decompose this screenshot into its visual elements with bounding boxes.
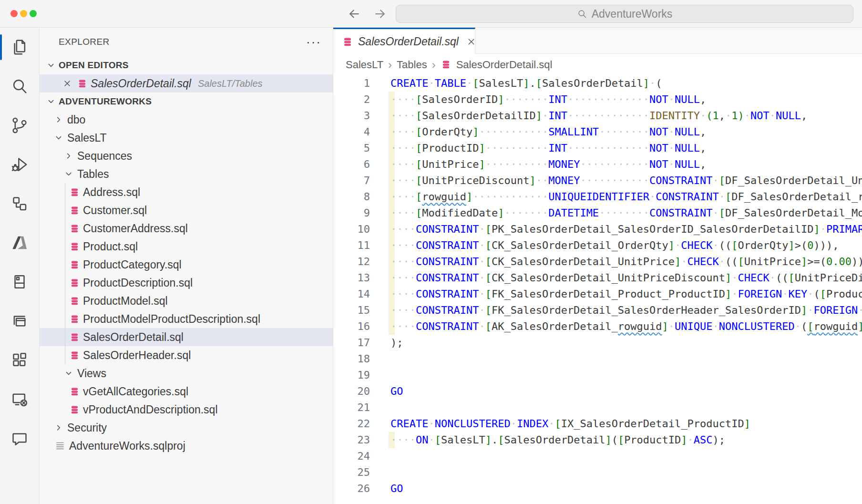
tree-file-productdescription-sql[interactable]: ProductDescription.sql	[40, 274, 333, 292]
activity-item-remote-explorer[interactable]	[0, 380, 39, 419]
command-center-search[interactable]: AdventureWorks	[396, 5, 853, 23]
tree-folder-security[interactable]: Security	[40, 419, 333, 437]
tree-file-product-sql[interactable]: Product.sql	[40, 237, 333, 256]
activity-item-run-and-debug[interactable]	[0, 145, 39, 184]
activity-bar	[0, 28, 40, 504]
code-area[interactable]: 1CREATE·TABLE·[SalesLT].[SalesOrderDetai…	[333, 75, 862, 504]
activity-item-notebooks[interactable]	[0, 262, 39, 301]
line-number: 9	[333, 205, 370, 221]
tree-file-vproductanddescription-sql[interactable]: vProductAndDescription.sql	[40, 401, 333, 419]
code-line-11[interactable]: 11····CONSTRAINT·[CK_SalesOrderDetail_Or…	[333, 237, 862, 254]
line-number: 2	[333, 92, 370, 108]
breadcrumb-item-tables[interactable]: Tables	[397, 59, 427, 71]
line-number: 18	[333, 351, 370, 367]
activity-item-azure[interactable]	[0, 223, 39, 262]
chevron-right-icon	[53, 422, 64, 433]
line-number: 1	[333, 75, 370, 92]
tree-file-customer-sql[interactable]: Customer.sql	[40, 201, 333, 219]
activity-item-source-control[interactable]	[0, 106, 39, 145]
tree-file-salesorderdetail-sql[interactable]: SalesOrderDetail.sql	[40, 328, 333, 346]
code-line-21[interactable]: 21	[333, 400, 862, 416]
code-line-13[interactable]: 13····CONSTRAINT·[CK_SalesOrderDetail_Un…	[333, 270, 862, 286]
code-line-26[interactable]: 26GO	[333, 481, 862, 497]
code-line-6[interactable]: 6····[UnitPrice]··········MONEY·········…	[333, 156, 862, 173]
more-actions-icon[interactable]: ···	[306, 34, 321, 50]
line-number: 16	[333, 319, 370, 335]
activity-item-table-designer[interactable]	[0, 301, 39, 340]
window-close-button[interactable]	[10, 10, 18, 17]
tree-file-adventureworks-sqlproj[interactable]: AdventureWorks.sqlproj	[40, 437, 333, 455]
activity-item-extensions[interactable]	[0, 340, 39, 380]
file-label: AdventureWorks.sqlproj	[69, 440, 185, 453]
code-line-16[interactable]: 16····CONSTRAINT·[AK_SalesOrderDetail_ro…	[333, 319, 862, 335]
tree-folder-dbo[interactable]: dbo	[40, 111, 333, 129]
tree-file-salesorderheader-sql[interactable]: SalesOrderHeader.sql	[40, 346, 333, 364]
line-content	[370, 351, 390, 367]
folder-label: Tables	[77, 168, 109, 181]
line-content: ····CONSTRAINT·[PK_SalesOrderDetail_Sale…	[370, 221, 862, 237]
tree-folder-saleslt[interactable]: SalesLT	[40, 129, 333, 147]
command-center-text: AdventureWorks	[592, 8, 673, 21]
line-number: 19	[333, 367, 370, 383]
close-icon[interactable]	[62, 79, 72, 88]
search-icon	[10, 77, 29, 96]
code-line-22[interactable]: 22CREATE·NONCLUSTERED·INDEX·[IX_SalesOrd…	[333, 416, 862, 432]
code-line-5[interactable]: 5····[ProductID]··········INT···········…	[333, 140, 862, 156]
line-content: ····[ModifiedDate]·······DATETIME·······…	[370, 205, 862, 221]
section-label: ADVENTUREWORKS	[59, 96, 152, 107]
code-line-7[interactable]: 7····[UnitPriceDiscount]··MONEY·········…	[333, 173, 862, 189]
code-line-12[interactable]: 12····CONSTRAINT·[CK_SalesOrderDetail_Un…	[333, 254, 862, 270]
tree-file-address-sql[interactable]: Address.sql	[40, 183, 333, 201]
line-content	[370, 464, 390, 481]
activity-item-search[interactable]	[0, 67, 39, 106]
open-editor-item[interactable]: SalesOrderDetail.sql SalesLT/Tables	[40, 74, 333, 93]
code-line-14[interactable]: 14····CONSTRAINT·[FK_SalesOrderDetail_Pr…	[333, 286, 862, 302]
tree-folder-tables[interactable]: Tables	[40, 165, 333, 183]
folder-label: dbo	[67, 113, 85, 126]
history-forward-icon[interactable]	[373, 7, 387, 21]
activity-item-explorer[interactable]	[0, 28, 39, 67]
code-line-4[interactable]: 4····[OrderQty]···········SMALLINT······…	[333, 124, 862, 140]
tree-file-productmodelproductdescription-sql[interactable]: ProductModelProductDescription.sql	[40, 310, 333, 328]
code-line-3[interactable]: 3····[SalesOrderDetailID]·INT···········…	[333, 108, 862, 124]
tree-file-productmodel-sql[interactable]: ProductModel.sql	[40, 292, 333, 310]
breadcrumb-item-salesorderdetail-sql[interactable]: SalesOrderDetail.sql	[456, 59, 553, 71]
history-back-icon[interactable]	[347, 7, 361, 21]
tree-folder-sequences[interactable]: Sequences	[40, 147, 333, 165]
section-adventureworks[interactable]: ADVENTUREWORKS	[40, 93, 333, 111]
tree-folder-views[interactable]: Views	[40, 364, 333, 382]
code-line-15[interactable]: 15····CONSTRAINT·[FK_SalesOrderDetail_Sa…	[333, 302, 862, 319]
window-minimize-button[interactable]	[20, 10, 27, 17]
chevron-right-icon	[63, 151, 74, 161]
window-zoom-button[interactable]	[30, 10, 37, 17]
section-open-editors[interactable]: OPEN EDITORS	[40, 56, 333, 74]
code-line-23[interactable]: 23····ON·[SalesLT].[SalesOrderDetail]([P…	[333, 432, 862, 448]
line-content: ····[UnitPriceDiscount]··MONEY··········…	[370, 173, 862, 189]
activity-item-feedback[interactable]	[0, 419, 39, 458]
close-icon[interactable]	[466, 37, 476, 47]
database-file-icon	[69, 187, 80, 198]
line-number: 4	[333, 124, 370, 140]
file-label: ProductModel.sql	[83, 295, 168, 308]
code-line-17[interactable]: 17);	[333, 335, 862, 351]
line-number: 26	[333, 481, 370, 497]
tree-file-customeraddress-sql[interactable]: CustomerAddress.sql	[40, 219, 333, 237]
tab-salesorderdetail[interactable]: SalesOrderDetail.sql	[333, 28, 475, 54]
tree-file-vgetallcategories-sql[interactable]: vGetAllCategories.sql	[40, 382, 333, 401]
tree-file-productcategory-sql[interactable]: ProductCategory.sql	[40, 256, 333, 274]
activity-item-schema-compare[interactable]	[0, 184, 39, 223]
file-label: ProductModelProductDescription.sql	[83, 313, 260, 326]
database-file-icon	[77, 78, 88, 89]
code-line-24[interactable]: 24	[333, 448, 862, 464]
code-line-2[interactable]: 2····[SalesOrderID]·······INT···········…	[333, 92, 862, 108]
breadcrumb-item-saleslt[interactable]: SalesLT	[346, 59, 383, 71]
code-line-10[interactable]: 10····CONSTRAINT·[PK_SalesOrderDetail_Sa…	[333, 221, 862, 237]
code-line-1[interactable]: 1CREATE·TABLE·[SalesLT].[SalesOrderDetai…	[333, 75, 862, 92]
code-line-8[interactable]: 8····[rowguid]············UNIQUEIDENTIFI…	[333, 189, 862, 205]
code-line-25[interactable]: 25	[333, 464, 862, 481]
sidebar-title: EXPLORER	[59, 28, 110, 56]
code-line-20[interactable]: 20GO	[333, 383, 862, 400]
code-line-18[interactable]: 18	[333, 351, 862, 367]
code-line-19[interactable]: 19	[333, 367, 862, 383]
code-line-9[interactable]: 9····[ModifiedDate]·······DATETIME······…	[333, 205, 862, 221]
